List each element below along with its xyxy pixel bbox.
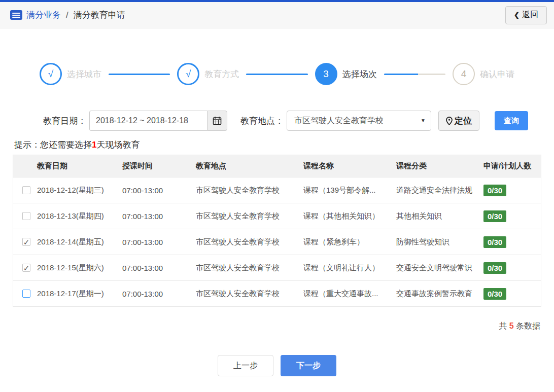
step-connector [246,74,307,75]
breadcrumb-separator: / [66,10,68,20]
locate-button[interactable]: 定位 [438,111,479,131]
education-place-label: 教育地点： [240,115,284,127]
cell-course-category: 其他相关知识 [396,211,483,221]
education-place-selected-value: 市区驾驶人安全教育学校 [294,116,384,126]
cell-education-place: 市区驾驶人安全教育学校 [196,237,303,247]
step-2-label: 教育方式 [204,68,239,80]
chevron-down-icon: ▼ [421,118,426,123]
col-header-applied-planned: 申请/计划人数 [483,161,541,171]
hint-suffix: 天现场教育 [96,140,140,150]
date-range-input[interactable] [89,111,207,131]
cell-education-place: 市区驾驶人安全教育学校 [196,186,303,195]
cell-class-time: 07:00-13:00 [122,290,196,298]
quota-badge: 0/30 [483,185,506,196]
next-step-button[interactable]: 下一步 [281,355,336,376]
session-table: 教育日期 授课时间 教育地点 课程名称 课程分类 申请/计划人数 ✓ 2018-… [13,155,541,307]
step-1-label: 选择城市 [67,68,101,80]
quota-badge: 0/30 [483,236,506,248]
row-checkbox[interactable]: ✓ [22,238,30,246]
breadcrumb-page-title: 满分教育申请 [74,9,125,21]
search-button[interactable]: 查询 [495,111,528,130]
calendar-button[interactable] [207,111,227,131]
cell-course-category: 防御性驾驶知识 [396,237,483,247]
col-header-class-time: 授课时间 [122,161,196,171]
check-icon: ✓ [23,264,30,272]
breadcrumb: 满分业务 / 满分教育申请 [10,9,125,21]
cell-education-date: 2018-12-14(星期五) [37,237,122,247]
col-header-course-category: 课程分类 [396,161,483,171]
breadcrumb-section[interactable]: 满分业务 [26,9,61,21]
cell-course-category: 交通事故案例警示教育 [396,289,483,299]
list-icon [10,10,22,20]
step-connector [384,74,445,75]
row-checkbox[interactable]: ✓ [22,264,30,272]
cell-education-date: 2018-12-12(星期三) [37,186,122,195]
quota-badge: 0/30 [483,288,506,300]
filter-bar: 教育日期： 教育地点： 市区驾驶人安全教育学校 ▼ 定位 查询 [43,111,554,131]
step-3-label: 选择场次 [342,68,377,80]
cell-course-name: 课程（文明礼让行人） [303,263,396,273]
cell-class-time: 07:00-13:00 [122,264,196,272]
wizard-actions: 上一步 下一步 [0,355,554,376]
step-1-check-icon: √ [40,63,62,85]
table-row: ✓ 2018-12-17(星期一) 07:00-13:00 市区驾驶人安全教育学… [13,281,541,307]
step-3-number: 3 [315,63,337,85]
quota-badge: 0/30 [483,262,506,274]
col-header-education-place: 教育地点 [196,161,303,171]
table-header-row: 教育日期 授课时间 教育地点 课程名称 课程分类 申请/计划人数 [13,155,541,177]
hint-prefix: 提示：您还需要选择 [14,140,92,150]
record-count-suffix: 条数据 [514,322,540,330]
chevron-left-icon: ❮ [514,11,520,19]
cell-class-time: 07:00-13:00 [122,212,196,221]
calendar-icon [213,116,222,125]
cell-class-time: 07:00-13:00 [122,238,196,246]
quota-badge: 0/30 [483,210,506,222]
col-header-course-name: 课程名称 [303,161,396,171]
step-select-session: 3 选择场次 [315,63,377,85]
education-date-label: 教育日期： [43,115,86,127]
step-4-number: 4 [453,63,475,85]
table-row: ✓ 2018-12-14(星期五) 07:00-13:00 市区驾驶人安全教育学… [13,229,541,255]
map-pin-icon [446,117,453,125]
row-checkbox[interactable]: ✓ [22,212,30,220]
record-count: 共 5 条数据 [0,321,540,332]
cell-course-name: 课程（139号部令解... [303,186,396,195]
step-connector [109,74,170,75]
cell-class-time: 07:00-13:00 [122,186,196,195]
page-header: 满分业务 / 满分教育申请 ❮ 返回 [0,2,554,28]
back-button-label: 返回 [522,10,538,20]
row-checkbox[interactable]: ✓ [22,186,30,194]
remaining-days-hint: 提示：您还需要选择1天现场教育 [14,139,554,151]
table-row: ✓ 2018-12-13(星期四) 07:00-13:00 市区驾驶人安全教育学… [13,203,541,229]
table-row: ✓ 2018-12-15(星期六) 07:00-13:00 市区驾驶人安全教育学… [13,255,541,281]
cell-education-place: 市区驾驶人安全教育学校 [196,263,303,273]
cell-course-name: 课程（其他相关知识） [303,211,396,221]
step-progress: √ 选择城市 √ 教育方式 3 选择场次 4 确认申请 [40,63,514,85]
cell-course-name: 课程（重大交通事故... [303,289,396,299]
table-row: ✓ 2018-12-12(星期三) 07:00-13:00 市区驾驶人安全教育学… [13,177,541,203]
step-education-mode: √ 教育方式 [177,63,239,85]
cell-education-date: 2018-12-15(星期六) [37,263,122,273]
record-count-number: 5 [509,322,514,330]
cell-education-date: 2018-12-17(星期一) [37,289,122,299]
cell-education-place: 市区驾驶人安全教育学校 [196,289,303,299]
back-button[interactable]: ❮ 返回 [505,6,547,24]
previous-step-button[interactable]: 上一步 [218,355,273,376]
row-checkbox[interactable]: ✓ [22,290,30,298]
step-confirm-application: 4 确认申请 [453,63,514,85]
education-place-select[interactable]: 市区驾驶人安全教育学校 ▼ [287,111,431,131]
step-select-city: √ 选择城市 [40,63,101,85]
step-2-check-icon: √ [177,63,199,85]
check-icon: ✓ [23,238,30,246]
step-4-label: 确认申请 [480,68,514,80]
locate-button-label: 定位 [455,115,472,127]
cell-course-name: 课程（紧急刹车） [303,237,396,247]
cell-course-category: 交通安全文明驾驶常识 [396,263,483,273]
cell-course-category: 道路交通安全法律法规 [396,186,483,195]
date-range-group [89,111,227,131]
record-count-prefix: 共 [499,322,509,330]
cell-education-date: 2018-12-13(星期四) [37,211,122,221]
cell-education-place: 市区驾驶人安全教育学校 [196,211,303,221]
col-header-education-date: 教育日期 [37,161,122,171]
